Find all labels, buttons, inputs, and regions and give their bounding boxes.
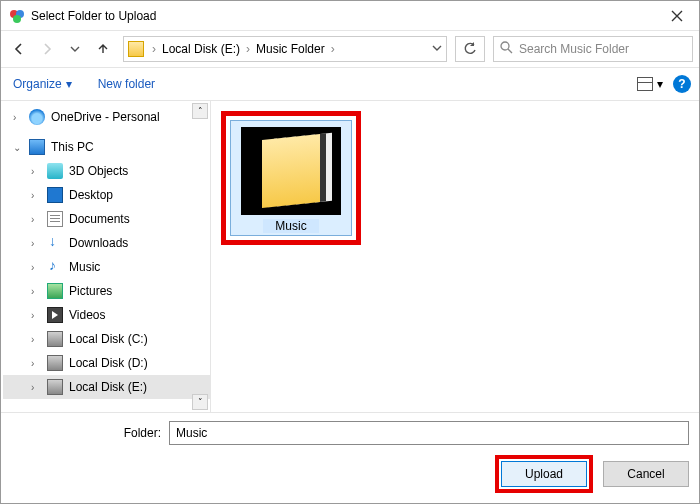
folder-thumbnail <box>241 127 341 215</box>
folder-field-label: Folder: <box>11 426 161 440</box>
folder-caption: Music <box>263 219 318 233</box>
onedrive-icon <box>29 109 45 125</box>
pc-icon <box>29 139 45 155</box>
cancel-button[interactable]: Cancel <box>603 461 689 487</box>
tree-item[interactable]: ›Local Disk (C:) <box>3 327 210 351</box>
back-button[interactable] <box>7 37 31 61</box>
collapse-icon[interactable]: ⌄ <box>13 142 23 153</box>
disk-icon <box>47 331 63 347</box>
chevron-right-icon: › <box>150 42 158 56</box>
tree-this-pc[interactable]: ⌄ This PC <box>3 135 210 159</box>
organize-menu[interactable]: Organize ▾ <box>9 75 76 93</box>
tree-label: Documents <box>69 212 130 226</box>
address-bar[interactable]: › Local Disk (E:) › Music Folder › <box>123 36 447 62</box>
search-input[interactable]: Search Music Folder <box>493 36 693 62</box>
highlight-box: Music <box>221 111 361 245</box>
svg-line-4 <box>508 49 512 53</box>
search-icon <box>500 41 513 57</box>
chevron-right-icon: › <box>244 42 252 56</box>
tree-label: Pictures <box>69 284 112 298</box>
tree-item[interactable]: ›3D Objects <box>3 159 210 183</box>
forward-button[interactable] <box>35 37 59 61</box>
tree-label: 3D Objects <box>69 164 128 178</box>
chevron-right-icon: › <box>329 42 337 56</box>
nav-tree: ˄ › OneDrive - Personal ⌄ This PC ›3D Ob… <box>1 101 211 412</box>
tree-onedrive[interactable]: › OneDrive - Personal <box>3 105 210 129</box>
folder-icon <box>128 41 144 57</box>
tree-label: Local Disk (D:) <box>69 356 148 370</box>
tree-label: OneDrive - Personal <box>51 110 160 124</box>
tree-label: Videos <box>69 308 105 322</box>
tree-item[interactable]: ›Desktop <box>3 183 210 207</box>
tree-item[interactable]: ›Pictures <box>3 279 210 303</box>
organize-label: Organize <box>13 77 62 91</box>
tree-label: Desktop <box>69 188 113 202</box>
chevron-down-icon: ▾ <box>657 77 663 91</box>
help-button[interactable]: ? <box>673 75 691 93</box>
downloads-icon <box>47 235 63 251</box>
search-placeholder: Search Music Folder <box>519 42 629 56</box>
folder-item-selected[interactable]: Music <box>230 120 352 236</box>
chevron-down-icon: ▾ <box>66 77 72 91</box>
disk-icon <box>47 379 63 395</box>
breadcrumb-root[interactable]: Local Disk (E:) <box>158 42 244 56</box>
footer: Folder: Upload Cancel <box>1 412 699 503</box>
nav-bar: › Local Disk (E:) › Music Folder › Searc… <box>1 31 699 67</box>
svg-point-3 <box>501 42 509 50</box>
tree-item[interactable]: ›Local Disk (D:) <box>3 351 210 375</box>
toolbar: Organize ▾ New folder ▾ ? <box>1 67 699 101</box>
view-icon <box>637 77 653 91</box>
scroll-up-button[interactable]: ˄ <box>192 103 208 119</box>
documents-icon <box>47 211 63 227</box>
tree-item[interactable]: ›Music <box>3 255 210 279</box>
breadcrumb-child[interactable]: Music Folder <box>252 42 329 56</box>
recent-locations-dropdown[interactable] <box>63 37 87 61</box>
desktop-icon <box>47 187 63 203</box>
tree-item[interactable]: ›Videos <box>3 303 210 327</box>
tree-label: Music <box>69 260 100 274</box>
videos-icon <box>47 307 63 323</box>
new-folder-button[interactable]: New folder <box>94 75 159 93</box>
expand-icon[interactable]: › <box>13 112 23 123</box>
folder-name-input[interactable] <box>169 421 689 445</box>
tree-label: Local Disk (C:) <box>69 332 148 346</box>
tree-label: Local Disk (E:) <box>69 380 147 394</box>
refresh-button[interactable] <box>455 36 485 62</box>
highlight-box: Upload <box>495 455 593 493</box>
svg-point-2 <box>13 15 21 23</box>
folder-icon <box>262 134 320 208</box>
upload-button[interactable]: Upload <box>501 461 587 487</box>
tree-item[interactable]: ›Documents <box>3 207 210 231</box>
app-icon <box>9 8 25 24</box>
tree-label: This PC <box>51 140 94 154</box>
titlebar: Select Folder to Upload <box>1 1 699 31</box>
disk-icon <box>47 355 63 371</box>
tree-label: Downloads <box>69 236 128 250</box>
window-title: Select Folder to Upload <box>31 9 655 23</box>
scroll-down-button[interactable]: ˅ <box>192 394 208 410</box>
pictures-icon <box>47 283 63 299</box>
view-options-button[interactable]: ▾ <box>637 77 663 91</box>
up-button[interactable] <box>91 37 115 61</box>
content-pane[interactable]: Music <box>211 101 699 412</box>
tree-item[interactable]: ›Downloads <box>3 231 210 255</box>
tree-item-selected[interactable]: ›Local Disk (E:) <box>3 375 210 399</box>
music-icon <box>47 259 63 275</box>
3d-objects-icon <box>47 163 63 179</box>
body: ˄ › OneDrive - Personal ⌄ This PC ›3D Ob… <box>1 101 699 412</box>
address-dropdown-icon[interactable] <box>432 42 442 56</box>
close-button[interactable] <box>655 1 699 31</box>
